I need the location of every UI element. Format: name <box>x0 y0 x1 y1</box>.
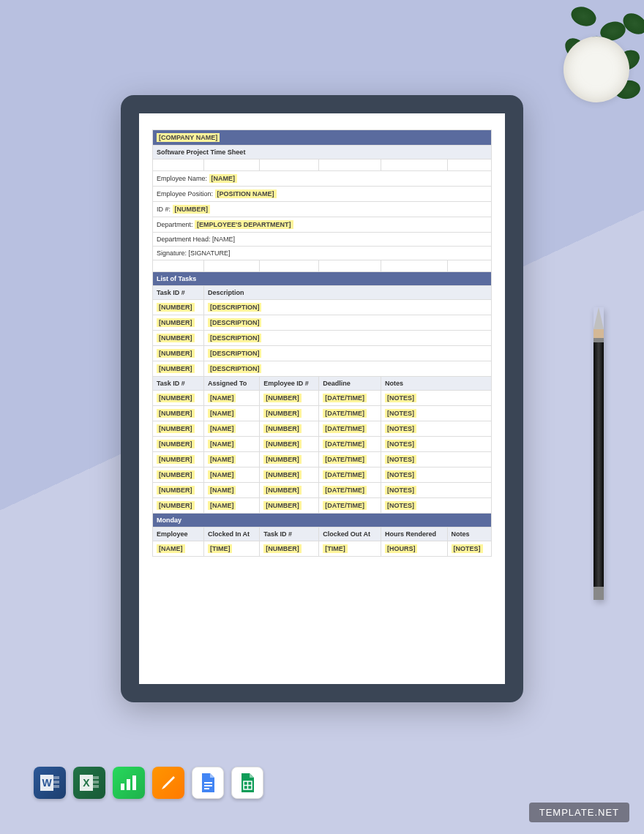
doc-title: Software Project Time Sheet <box>153 146 492 159</box>
pen-decor <box>594 307 604 600</box>
pages-icon[interactable] <box>152 767 184 799</box>
svg-rect-8 <box>93 781 99 784</box>
assign-row: [NUMBER][NAME][NUMBER][DATE/TIME][NOTES] <box>153 467 492 483</box>
brand-badge[interactable]: TEMPLATE.NET <box>529 803 629 822</box>
task-row: [NUMBER][DESCRIPTION] <box>153 315 492 331</box>
assign-row: [NUMBER][NAME][NUMBER][DATE/TIME][NOTES] <box>153 437 492 452</box>
day-row: [NAME] [TIME] [NUMBER] [TIME] [HOURS] [N… <box>153 541 492 557</box>
svg-rect-11 <box>127 779 130 790</box>
word-icon[interactable]: W <box>34 767 66 799</box>
plant-decor <box>520 0 644 124</box>
svg-rect-15 <box>204 788 209 789</box>
assign-row: [NUMBER][NAME][NUMBER][DATE/TIME][NOTES] <box>153 391 492 406</box>
field-signature: Signature: [SIGNATURE] <box>153 247 492 260</box>
app-icons-row: W X <box>34 767 263 799</box>
task-row: [NUMBER][DESCRIPTION] <box>153 300 492 315</box>
svg-rect-9 <box>93 785 99 788</box>
svg-rect-4 <box>53 785 59 788</box>
field-department: Department: [EMPLOYEE'S DEPARTMENT] <box>153 217 492 233</box>
google-sheets-icon[interactable] <box>231 767 263 799</box>
svg-text:X: X <box>83 777 90 789</box>
field-department-head: Department Head: [NAME] <box>153 233 492 247</box>
clipboard: [COMPANY NAME] Software Project Time She… <box>121 95 523 702</box>
svg-text:W: W <box>42 777 52 789</box>
excel-icon[interactable]: X <box>73 767 105 799</box>
document-page: [COMPANY NAME] Software Project Time She… <box>139 113 505 684</box>
field-id-num: ID #: [NUMBER] <box>153 202 492 217</box>
assign-row: [NUMBER][NAME][NUMBER][DATE/TIME][NOTES] <box>153 406 492 421</box>
svg-rect-14 <box>204 785 212 786</box>
day-header: Monday <box>153 514 492 527</box>
svg-rect-12 <box>132 775 136 790</box>
svg-rect-3 <box>53 781 59 784</box>
svg-rect-7 <box>93 776 99 779</box>
google-docs-icon[interactable] <box>192 767 224 799</box>
assign-row: [NUMBER][NAME][NUMBER][DATE/TIME][NOTES] <box>153 421 492 437</box>
svg-rect-13 <box>204 782 212 784</box>
assign-row: [NUMBER][NAME][NUMBER][DATE/TIME][NOTES] <box>153 483 492 498</box>
company-name-placeholder: [COMPANY NAME] <box>157 133 220 142</box>
field-employee-name: Employee Name: [NAME] <box>153 171 492 187</box>
assign-row: [NUMBER][NAME][NUMBER][DATE/TIME][NOTES] <box>153 452 492 467</box>
field-employee-position: Employee Position: [POSITION NAME] <box>153 187 492 202</box>
task-row: [NUMBER][DESCRIPTION] <box>153 346 492 361</box>
tasks-header: List of Tasks <box>153 272 492 286</box>
timesheet-table: [COMPANY NAME] Software Project Time She… <box>152 129 492 557</box>
svg-rect-2 <box>53 776 59 779</box>
task-row: [NUMBER][DESCRIPTION] <box>153 331 492 346</box>
numbers-icon[interactable] <box>113 767 145 799</box>
task-row: [NUMBER][DESCRIPTION] <box>153 361 492 377</box>
assign-row: [NUMBER][NAME][NUMBER][DATE/TIME][NOTES] <box>153 498 492 514</box>
svg-rect-10 <box>121 784 124 790</box>
